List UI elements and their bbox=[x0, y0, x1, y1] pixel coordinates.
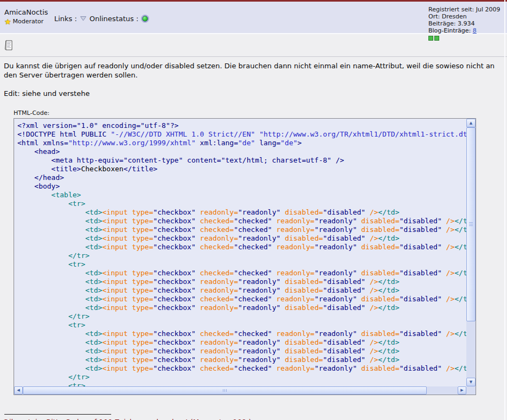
code-line: <td><input type="checkbox" readonly="rea… bbox=[17, 234, 466, 243]
user-block: AmicaNoctis ★ Moderator bbox=[4, 8, 48, 25]
user-stat-line: Blog-Einträge: 8 bbox=[428, 27, 500, 34]
code-line: <td><input type="checkbox" checked="chec… bbox=[17, 225, 466, 234]
usertitle-row: ★ Moderator bbox=[4, 18, 48, 25]
scroll-up-button[interactable]: ▲ bbox=[466, 119, 476, 127]
online-label: Onlinestatus : bbox=[89, 15, 138, 23]
code-line: <tr> bbox=[17, 321, 466, 329]
code-line: </tr> bbox=[17, 312, 466, 321]
username-link[interactable]: AmicaNoctis bbox=[4, 8, 48, 16]
user-stats: Registriert seit: Jul 2009Ort: DresdenBe… bbox=[428, 6, 500, 41]
user-stat-line: Registriert seit: Jul 2009 bbox=[428, 6, 500, 13]
reputation-pip bbox=[434, 36, 439, 41]
scroll-right-button[interactable]: ▶ bbox=[458, 386, 466, 395]
user-stat-line: Ort: Dresden bbox=[428, 13, 500, 20]
moderator-star-icon: ★ bbox=[4, 18, 11, 25]
links-icon[interactable] bbox=[80, 16, 87, 22]
signature-divider bbox=[4, 414, 111, 415]
code-line: <!DOCTYPE html PUBLIC "-//W3C//DTD XHTML… bbox=[17, 130, 466, 139]
code-line: <tr> bbox=[17, 382, 466, 386]
user-stat-line: Beiträge: 3.934 bbox=[428, 20, 500, 27]
h-scroll-thumb[interactable] bbox=[23, 386, 427, 395]
code-line: <title>Checkboxen</title> bbox=[17, 165, 466, 173]
code-line: <head> bbox=[17, 147, 466, 156]
post-body-text: Du kannst die übrigen auf readonly und/o… bbox=[4, 61, 504, 80]
code-line: </tr> bbox=[17, 373, 466, 382]
user-title: Moderator bbox=[13, 18, 44, 25]
code-line: <tr> bbox=[17, 260, 466, 269]
online-status-indicator bbox=[142, 16, 148, 22]
code-label: HTML-Code: bbox=[14, 109, 507, 117]
links-row: Links : Onlinestatus : bbox=[54, 15, 148, 23]
code-line: </tr> bbox=[17, 251, 466, 260]
post-body: Du kannst die übrigen auf readonly und/o… bbox=[0, 34, 507, 420]
code-line: <tr> bbox=[17, 199, 466, 208]
code-line: <td><input type="checkbox" readonly="rea… bbox=[17, 347, 466, 356]
code-line: <td><input type="checkbox" checked="chec… bbox=[17, 295, 466, 303]
code-line: <td><input type="checkbox" readonly="rea… bbox=[17, 356, 466, 364]
signature-text: @jhaustein: Bitte Code auf 100 Zeichen u… bbox=[2, 418, 507, 420]
code-line: <td><input type="checkbox" checked="chec… bbox=[17, 364, 466, 373]
code-line: <td><input type="checkbox" checked="chec… bbox=[17, 329, 466, 338]
code-line: <html xmlns="http://www.w3.org/1999/xhtm… bbox=[17, 139, 466, 147]
blog-count-link[interactable]: 8 bbox=[473, 27, 477, 34]
scrollbar-corner bbox=[466, 386, 476, 395]
post-icon bbox=[4, 40, 14, 53]
right-edge-line bbox=[504, 0, 505, 420]
code-content: <?xml version="1.0" encoding="utf-8"?><!… bbox=[14, 119, 466, 386]
code-line: <td><input type="checkbox" checked="chec… bbox=[17, 217, 466, 225]
code-line: <td><input type="checkbox" readonly="rea… bbox=[17, 208, 466, 217]
v-scroll-thumb[interactable] bbox=[466, 127, 476, 321]
links-label: Links : bbox=[54, 15, 77, 23]
scroll-down-button[interactable]: ▼ bbox=[466, 378, 476, 386]
code-line: <meta http-equiv="content-type" content=… bbox=[17, 156, 466, 165]
code-line: <table> bbox=[17, 191, 466, 199]
code-box: <?xml version="1.0" encoding="utf-8"?><!… bbox=[14, 118, 476, 395]
code-line: <td><input type="checkbox" checked="chec… bbox=[17, 243, 466, 251]
reputation-pips bbox=[428, 36, 500, 41]
code-line: <td><input type="checkbox" readonly="rea… bbox=[17, 338, 466, 347]
code-line: <?xml version="1.0" encoding="utf-8"?> bbox=[17, 121, 466, 130]
post-divider bbox=[0, 56, 507, 57]
scroll-left-button[interactable]: ◀ bbox=[14, 386, 23, 395]
reputation-pip bbox=[428, 36, 433, 41]
code-line: <td><input type="checkbox" checked="chec… bbox=[17, 269, 466, 277]
h-scrollbar[interactable]: ◀ ▶ bbox=[14, 386, 466, 395]
v-scrollbar[interactable]: ▲ ▼ bbox=[466, 119, 476, 386]
post-edit-text: Edit: siehe und verstehe bbox=[4, 89, 505, 98]
code-line: </head> bbox=[17, 173, 466, 182]
post-header: AmicaNoctis ★ Moderator Links : Onlinest… bbox=[0, 2, 507, 34]
code-line: <body> bbox=[17, 182, 466, 191]
code-line: <td><input type="checkbox" readonly="rea… bbox=[17, 277, 466, 286]
code-line: <td><input type="checkbox" readonly="rea… bbox=[17, 303, 466, 312]
code-line: <td><input type="checkbox" readonly="rea… bbox=[17, 286, 466, 295]
